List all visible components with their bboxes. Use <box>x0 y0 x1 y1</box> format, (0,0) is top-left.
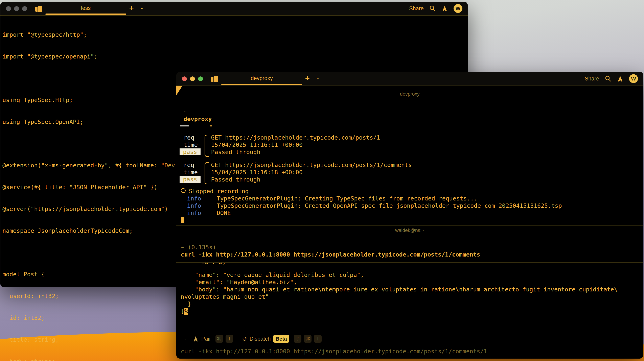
output-scroll-marker <box>180 125 189 126</box>
request-url: GET https://jsonplaceholder.typicode.com… <box>211 161 412 169</box>
request-timestamp: 15/04/2025 11:16:18 +00:00 <box>211 169 303 176</box>
pass-status-badge: pass <box>180 148 200 155</box>
request-timestamp: 15/04/2025 11:16:11 +00:00 <box>211 141 303 148</box>
output-clip-separator <box>176 262 643 263</box>
i-key-chip: I <box>314 335 322 343</box>
request-group-bracket <box>204 135 209 157</box>
zoom-button[interactable] <box>198 76 203 81</box>
block-separator <box>176 226 643 226</box>
stopped-recording-line: Stopped recording <box>181 188 249 195</box>
beta-badge: Beta <box>273 335 289 343</box>
tab-less[interactable]: less <box>46 5 126 11</box>
dispatch-icon: ↺ <box>242 335 247 343</box>
share-button[interactable]: Share <box>585 76 599 82</box>
json-output-line: "body": "harum non quasi et ratione\ntem… <box>181 286 618 293</box>
cmd-key-chip: ⌘ <box>216 335 223 343</box>
request-status: Passed through <box>211 176 260 183</box>
terminal-cursor <box>181 217 184 223</box>
bottom-bar: ~ Pair ⌘ I ↺ Dispatch Beta ⇧ ⌘ I <box>184 335 322 343</box>
command-suggestion[interactable]: curl -ikx http://127.0.0.1:8000 https://… <box>181 348 487 355</box>
warp-logo-icon[interactable] <box>442 5 448 12</box>
req-label: req <box>184 134 194 141</box>
minimize-button[interactable] <box>190 76 195 81</box>
fg-titlebar: devproxy + ⌄ Share W <box>176 72 643 86</box>
warp-logo-icon[interactable] <box>617 75 624 82</box>
warp-blocks-icon <box>211 75 219 82</box>
search-icon[interactable] <box>605 75 611 82</box>
json-output-line: } <box>181 300 191 308</box>
tab-devproxy[interactable]: devproxy <box>221 75 302 81</box>
time-label: time <box>184 141 198 148</box>
command-duration: (0.135s) <box>188 244 216 251</box>
code-line: import "@typespec/http"; <box>2 31 466 38</box>
pass-status-badge: pass <box>180 176 200 183</box>
clipped-output-line: "id": 5, <box>184 263 226 266</box>
json-output-line: "email": "Hayden@althea.biz", <box>181 279 297 286</box>
prompt-cwd-duration: ~ (0.135s) <box>181 244 216 251</box>
json-output-line: "name": "vero eaque aliquid doloribus et… <box>181 271 364 279</box>
info-text: DONE <box>217 209 231 217</box>
info-text: TypeSpecGeneratorPlugin: Created OpenAPI… <box>217 202 562 209</box>
info-text: TypeSpecGeneratorPlugin: Creating TypeSp… <box>217 195 477 202</box>
close-button[interactable] <box>182 76 187 81</box>
request-status: Passed through <box>211 148 260 156</box>
close-button[interactable] <box>6 6 11 11</box>
command-devproxy[interactable]: devproxy <box>184 115 212 123</box>
output-dot-marker <box>210 125 212 126</box>
json-output-line: nvoluptates magni quo et" <box>181 293 269 300</box>
req-label: req <box>184 161 194 169</box>
request-url: GET https://jsonplaceholder.typicode.com… <box>211 134 380 141</box>
eol-percent-marker: % <box>184 308 188 315</box>
pair-button[interactable]: Pair <box>201 336 211 342</box>
user-avatar[interactable]: W <box>629 74 638 83</box>
active-tab-underline <box>221 84 302 85</box>
warp-pair-icon <box>192 336 199 342</box>
command-curl[interactable]: curl -ikx http://127.0.0.1:8000 https://… <box>181 251 480 258</box>
devproxy-terminal-window: devproxy + ⌄ Share W devproxy ~ devproxy… <box>176 72 643 359</box>
warp-blocks-icon <box>35 5 43 12</box>
info-label: info <box>187 209 201 217</box>
time-label: time <box>184 169 198 176</box>
host-context-header: waldek@ns:~ <box>176 228 643 233</box>
new-tab-button[interactable]: + <box>305 74 310 83</box>
i-key-chip: I <box>226 335 233 343</box>
prompt-cwd: ~ <box>184 108 187 115</box>
zoom-button[interactable] <box>22 6 27 11</box>
new-tab-button[interactable]: + <box>129 4 134 13</box>
share-button[interactable]: Share <box>409 5 424 12</box>
info-label: info <box>187 195 201 202</box>
dispatch-button[interactable]: Dispatch <box>250 336 271 342</box>
tab-menu-chevron-icon[interactable]: ⌄ <box>316 75 320 81</box>
request-group-bracket <box>204 162 209 184</box>
cmd-key-chip: ⌘ <box>304 335 312 343</box>
info-label: info <box>187 202 201 209</box>
code-line: import "@typespec/openapi"; <box>2 53 466 60</box>
minimize-button[interactable] <box>14 6 19 11</box>
active-tab-underline <box>46 13 126 15</box>
tab-menu-chevron-icon[interactable]: ⌄ <box>140 5 144 10</box>
shift-key-chip: ⇧ <box>294 335 302 343</box>
search-icon[interactable] <box>429 5 436 12</box>
bg-titlebar: less + ⌄ Share W <box>0 1 468 16</box>
json-output-end-line: ]% <box>181 308 188 315</box>
user-avatar[interactable]: W <box>454 4 462 13</box>
session-context-header: devproxy <box>176 91 643 97</box>
bottom-bar-separator <box>176 332 643 332</box>
record-stop-icon <box>181 188 186 193</box>
bottom-cwd: ~ <box>184 336 187 342</box>
